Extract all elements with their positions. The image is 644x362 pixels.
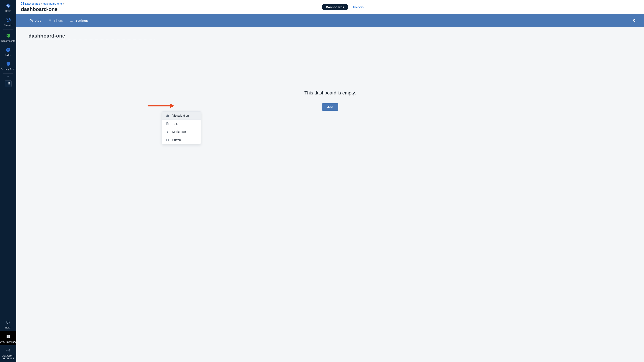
sidebar-item-deployments[interactable]: Deployments xyxy=(0,30,16,44)
svg-rect-31 xyxy=(166,116,166,117)
sliders-icon xyxy=(70,19,73,22)
gear-icon xyxy=(6,348,11,353)
toolbar-add-label: Add xyxy=(35,19,42,22)
toolbar-filters-label: Filters xyxy=(54,19,63,22)
svg-rect-10 xyxy=(9,82,10,83)
svg-rect-17 xyxy=(6,321,9,323)
svg-rect-21 xyxy=(8,337,10,338)
svg-rect-35 xyxy=(167,124,168,124)
svg-rect-24 xyxy=(22,2,24,4)
sidebar-separator xyxy=(4,29,13,29)
sidebar-item-help[interactable]: HELP xyxy=(0,317,16,331)
dropdown-item-button[interactable]: Button xyxy=(162,136,200,144)
svg-rect-34 xyxy=(167,123,168,124)
dropdown-item-label: Visualization xyxy=(172,114,189,117)
dashboards-icon xyxy=(6,334,11,339)
toolbar-settings-button[interactable]: Settings xyxy=(69,17,88,24)
svg-point-28 xyxy=(72,20,72,20)
dropdown-item-label: Text xyxy=(172,122,178,125)
svg-rect-16 xyxy=(9,85,10,85)
sidebar-item-label: Deployments xyxy=(1,40,15,42)
empty-add-button[interactable]: Add xyxy=(322,103,338,111)
tab-folders[interactable]: Folders xyxy=(353,5,364,9)
svg-rect-12 xyxy=(8,83,8,84)
breadcrumb: Dashboards › dashboard-one › xyxy=(21,2,64,5)
sidebar-item-label: DASHBOARDS xyxy=(0,341,16,343)
svg-rect-20 xyxy=(6,336,8,338)
svg-rect-23 xyxy=(21,2,22,3)
dropdown-item-label: Markdown xyxy=(172,130,186,134)
toolbar-settings-label: Settings xyxy=(76,19,88,22)
toolbar-right-indicator: C xyxy=(633,19,636,22)
sidebar-item-dashboards[interactable]: DASHBOARDS xyxy=(0,331,16,345)
svg-rect-8 xyxy=(7,82,8,83)
sidebar-item-builds[interactable]: Builds xyxy=(0,44,16,59)
shield-icon xyxy=(6,61,11,67)
svg-point-1 xyxy=(8,5,9,6)
svg-point-5 xyxy=(9,35,9,36)
breadcrumb-current[interactable]: dashboard-one xyxy=(43,2,62,5)
chevron-right-icon: › xyxy=(63,2,64,5)
svg-rect-15 xyxy=(8,85,8,85)
dashboard-toolbar: Add Filters Settings C xyxy=(16,14,644,27)
page-title: dashboard-one xyxy=(21,6,58,12)
sidebar-expand-toggle[interactable] xyxy=(0,74,16,79)
svg-rect-32 xyxy=(167,115,168,117)
svg-rect-26 xyxy=(22,4,24,5)
sidebar-item-label: Security Tests xyxy=(1,68,15,71)
svg-point-3 xyxy=(8,6,8,7)
dropdown-item-markdown[interactable]: Markdown xyxy=(162,128,200,136)
sidebar-apps-button[interactable] xyxy=(5,80,12,87)
plus-circle-icon xyxy=(29,19,33,22)
svg-point-22 xyxy=(8,350,9,351)
sidebar-separator xyxy=(4,73,13,74)
breadcrumb-root[interactable]: Dashboards xyxy=(25,2,40,5)
filter-icon xyxy=(48,19,52,22)
empty-state-message: This dashboard is empty. xyxy=(304,90,356,96)
dashboard-canvas: This dashboard is empty. Add Visualizati… xyxy=(16,27,644,362)
dropdown-item-text[interactable]: Text xyxy=(162,120,200,128)
sidebar: Home Projects Deployments Builds Securit… xyxy=(0,0,16,362)
svg-rect-13 xyxy=(9,83,10,84)
topbar: Dashboards › dashboard-one › dashboard-o… xyxy=(16,0,644,14)
tab-dashboards[interactable]: Dashboards xyxy=(322,4,348,10)
text-doc-icon xyxy=(166,122,169,126)
sidebar-item-label: Projects xyxy=(4,24,12,26)
toolbar-add-button[interactable]: Add xyxy=(29,17,42,24)
svg-point-2 xyxy=(8,5,8,5)
dropdown-item-visualization[interactable]: Visualization xyxy=(162,112,200,120)
view-tabs: Dashboards Folders xyxy=(322,4,364,10)
sidebar-item-label: Home xyxy=(5,10,11,12)
builds-icon xyxy=(6,47,11,52)
svg-rect-19 xyxy=(8,335,10,337)
link-icon xyxy=(166,138,169,142)
svg-point-6 xyxy=(6,48,10,52)
sidebar-item-home[interactable]: Home xyxy=(0,0,16,14)
markdown-icon xyxy=(166,130,169,134)
sidebar-item-label: Builds xyxy=(5,54,12,56)
svg-rect-11 xyxy=(7,83,8,84)
svg-point-4 xyxy=(7,35,8,36)
svg-rect-33 xyxy=(168,115,169,117)
empty-state: This dashboard is empty. Add Visualizati… xyxy=(16,90,644,111)
chevron-right-icon: › xyxy=(41,2,42,5)
toolbar-filters-button[interactable]: Filters xyxy=(48,17,63,24)
cube-icon xyxy=(6,17,11,22)
svg-rect-36 xyxy=(167,124,168,125)
dashboard-title-input[interactable] xyxy=(28,32,155,40)
dashboards-crumb-icon xyxy=(21,2,24,5)
svg-point-29 xyxy=(71,21,71,21)
svg-point-0 xyxy=(7,5,8,6)
annotation-arrow-icon xyxy=(147,103,174,109)
deployments-icon xyxy=(6,33,11,38)
sidebar-item-label: HELP xyxy=(5,326,11,329)
help-icon xyxy=(6,320,11,325)
sidebar-item-label: ACCOUNT SETTINGS xyxy=(2,355,14,360)
sidebar-item-account-settings[interactable]: ACCOUNT SETTINGS xyxy=(0,345,16,362)
sidebar-item-projects[interactable]: Projects xyxy=(0,14,16,29)
add-dropdown: Visualization Text Markdown Butto xyxy=(162,111,201,144)
svg-rect-14 xyxy=(7,85,8,85)
bar-chart-icon xyxy=(166,114,169,117)
sidebar-item-security-tests[interactable]: Security Tests xyxy=(0,59,16,73)
dropdown-item-label: Button xyxy=(172,138,181,142)
